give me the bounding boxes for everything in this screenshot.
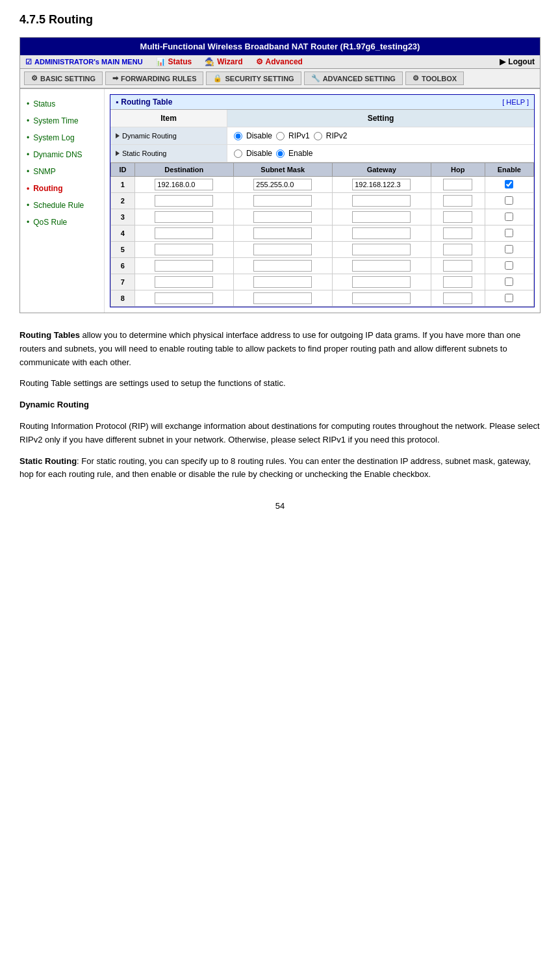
hop-input[interactable] xyxy=(443,260,472,272)
row-id-cell: 7 xyxy=(111,274,135,290)
tab-security-setting[interactable]: 🔒 SECURITY SETTING xyxy=(206,71,301,85)
dynamic-ripv2-radio[interactable] xyxy=(314,132,322,140)
description-section: Routing Tables allow you to determine wh… xyxy=(19,329,541,482)
dynamic-routing-settings: Disable RIPv1 RIPv2 xyxy=(227,127,534,144)
enable-checkbox[interactable] xyxy=(505,294,513,302)
sidebar-item-dynamic-dns[interactable]: Dynamic DNS xyxy=(20,146,104,163)
gateway-input[interactable] xyxy=(352,227,411,239)
subnet-input[interactable] xyxy=(253,292,312,304)
dynamic-routing-row: Dynamic Routing Disable RIPv1 RIPv2 xyxy=(110,127,534,145)
subnet-cell xyxy=(233,177,332,193)
table-row: 8 xyxy=(111,290,534,307)
gateway-input[interactable] xyxy=(352,195,411,207)
static-enable-radio[interactable] xyxy=(276,149,285,158)
destination-input[interactable] xyxy=(155,211,213,223)
help-link[interactable]: [ HELP ] xyxy=(502,98,529,106)
destination-cell xyxy=(134,209,233,225)
subnet-input[interactable] xyxy=(253,260,312,272)
subnet-input[interactable] xyxy=(253,179,312,190)
enable-checkbox[interactable] xyxy=(505,212,513,221)
triangle-icon xyxy=(116,133,120,138)
hop-input[interactable] xyxy=(443,195,472,207)
checkbox-icon: ☑ xyxy=(25,58,32,66)
hop-cell xyxy=(431,225,485,242)
destination-input[interactable] xyxy=(155,292,213,304)
destination-input[interactable] xyxy=(155,227,213,239)
static-routing-settings: Disable Enable xyxy=(227,145,534,162)
destination-input[interactable] xyxy=(155,276,213,288)
destination-input[interactable] xyxy=(155,179,213,190)
subnet-input[interactable] xyxy=(253,227,312,239)
status-nav[interactable]: 📊 Status xyxy=(156,57,192,66)
logout-nav[interactable]: ▶ Logout xyxy=(500,57,535,66)
router-top-nav: ☑ ADMINISTRATOR's MAIN MENU 📊 Status 🧙 W… xyxy=(20,55,540,69)
static-routing-label: Static Routing xyxy=(110,145,227,162)
gateway-input[interactable] xyxy=(352,179,411,190)
subnet-input[interactable] xyxy=(253,244,312,255)
destination-input[interactable] xyxy=(155,244,213,255)
hop-input[interactable] xyxy=(443,211,472,223)
subnet-cell xyxy=(233,209,332,225)
hop-cell xyxy=(431,242,485,258)
destination-cell xyxy=(134,242,233,258)
gateway-cell xyxy=(332,209,431,225)
gateway-input[interactable] xyxy=(352,292,411,304)
page-footer: 54 xyxy=(19,501,541,511)
dynamic-ripv1-radio[interactable] xyxy=(276,132,285,140)
subnet-input[interactable] xyxy=(253,195,312,207)
enable-checkbox[interactable] xyxy=(505,180,513,188)
sidebar-item-system-log[interactable]: System Log xyxy=(20,129,104,146)
row-id-cell: 6 xyxy=(111,258,135,274)
security-icon: 🔒 xyxy=(213,74,222,83)
status-icon: 📊 xyxy=(156,57,166,66)
enable-checkbox[interactable] xyxy=(505,245,513,253)
enable-checkbox[interactable] xyxy=(505,229,513,237)
wizard-icon: 🧙 xyxy=(205,57,214,66)
sidebar-item-schedule-rule[interactable]: Schedule Rule xyxy=(20,197,104,214)
sidebar-item-routing[interactable]: Routing xyxy=(20,180,104,197)
subnet-input[interactable] xyxy=(253,211,312,223)
tab-forwarding-rules[interactable]: ➡ FORWARDING RULES xyxy=(105,71,204,85)
row-id-cell: 5 xyxy=(111,242,135,258)
static-disable-radio[interactable] xyxy=(234,149,242,158)
wizard-nav[interactable]: 🧙 Wizard xyxy=(205,57,242,66)
advanced-nav[interactable]: ⚙ Advanced xyxy=(256,57,303,66)
gateway-cell xyxy=(332,177,431,193)
tab-basic-setting[interactable]: ⚙ BASIC SETTING xyxy=(24,71,103,85)
subnet-cell xyxy=(233,258,332,274)
hop-input[interactable] xyxy=(443,244,472,255)
destination-input[interactable] xyxy=(155,195,213,207)
sidebar: Status System Time System Log Dynamic DN… xyxy=(20,89,105,313)
gateway-cell xyxy=(332,290,431,307)
hop-input[interactable] xyxy=(443,179,472,190)
static-disable-label: Disable xyxy=(246,149,272,158)
routing-settings-para: Routing Table settings are settings used… xyxy=(19,377,541,391)
dynamic-ripv1-label: RIPv1 xyxy=(288,131,310,140)
hop-input[interactable] xyxy=(443,292,472,304)
destination-input[interactable] xyxy=(155,260,213,272)
sidebar-item-snmp[interactable]: SNMP xyxy=(20,163,104,180)
enable-checkbox[interactable] xyxy=(505,196,513,205)
sidebar-item-status[interactable]: Status xyxy=(20,96,104,112)
destination-cell xyxy=(134,258,233,274)
hop-input[interactable] xyxy=(443,227,472,239)
router-header: Multi-Functional Wireless Broadband NAT … xyxy=(20,38,540,55)
sidebar-item-qos-rule[interactable]: QoS Rule xyxy=(20,214,104,231)
gateway-cell xyxy=(332,193,431,209)
gateway-input[interactable] xyxy=(352,276,411,288)
subnet-input[interactable] xyxy=(253,276,312,288)
gateway-input[interactable] xyxy=(352,260,411,272)
gateway-input[interactable] xyxy=(352,244,411,255)
tab-advanced-setting[interactable]: 🔧 ADVANCED SETTING xyxy=(304,71,403,85)
gateway-input[interactable] xyxy=(352,211,411,223)
sidebar-item-system-time[interactable]: System Time xyxy=(20,112,104,129)
tab-toolbox[interactable]: ⚙ TOOLBOX xyxy=(405,71,464,85)
hop-input[interactable] xyxy=(443,276,472,288)
destination-cell xyxy=(134,177,233,193)
dynamic-disable-radio[interactable] xyxy=(234,132,242,140)
destination-cell xyxy=(134,274,233,290)
enable-checkbox[interactable] xyxy=(505,277,513,286)
gateway-cell xyxy=(332,258,431,274)
enable-checkbox[interactable] xyxy=(505,261,513,270)
hop-cell xyxy=(431,177,485,193)
